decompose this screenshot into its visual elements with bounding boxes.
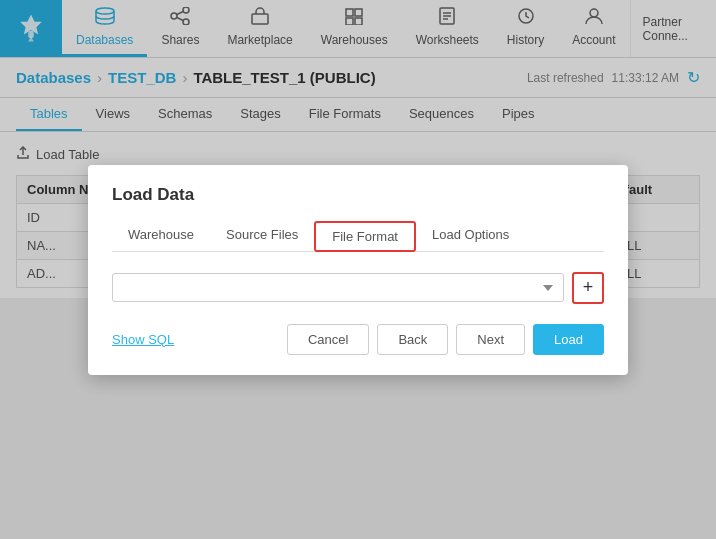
modal-body: + bbox=[112, 272, 604, 304]
load-button[interactable]: Load bbox=[533, 324, 604, 355]
back-button[interactable]: Back bbox=[377, 324, 448, 355]
modal-tab-source-files[interactable]: Source Files bbox=[210, 221, 314, 252]
file-format-select[interactable] bbox=[112, 273, 564, 302]
load-data-modal: Load Data Warehouse Source Files File Fo… bbox=[88, 165, 628, 375]
file-format-select-row: + bbox=[112, 272, 604, 304]
modal-title: Load Data bbox=[112, 185, 604, 205]
cancel-button[interactable]: Cancel bbox=[287, 324, 369, 355]
footer-buttons: Cancel Back Next Load bbox=[287, 324, 604, 355]
modal-footer: Show SQL Cancel Back Next Load bbox=[112, 324, 604, 355]
modal-overlay: Load Data Warehouse Source Files File Fo… bbox=[0, 0, 716, 539]
modal-tab-warehouse-label: Warehouse bbox=[128, 227, 194, 242]
modal-tab-file-format-label: File Format bbox=[332, 229, 398, 244]
modal-tab-warehouse[interactable]: Warehouse bbox=[112, 221, 210, 252]
modal-tab-load-options[interactable]: Load Options bbox=[416, 221, 525, 252]
show-sql-link[interactable]: Show SQL bbox=[112, 332, 174, 347]
modal-tabs: Warehouse Source Files File Format Load … bbox=[112, 221, 604, 252]
modal-tab-source-files-label: Source Files bbox=[226, 227, 298, 242]
add-file-format-button[interactable]: + bbox=[572, 272, 604, 304]
modal-tab-load-options-label: Load Options bbox=[432, 227, 509, 242]
next-button[interactable]: Next bbox=[456, 324, 525, 355]
modal-tab-file-format[interactable]: File Format bbox=[314, 221, 416, 252]
